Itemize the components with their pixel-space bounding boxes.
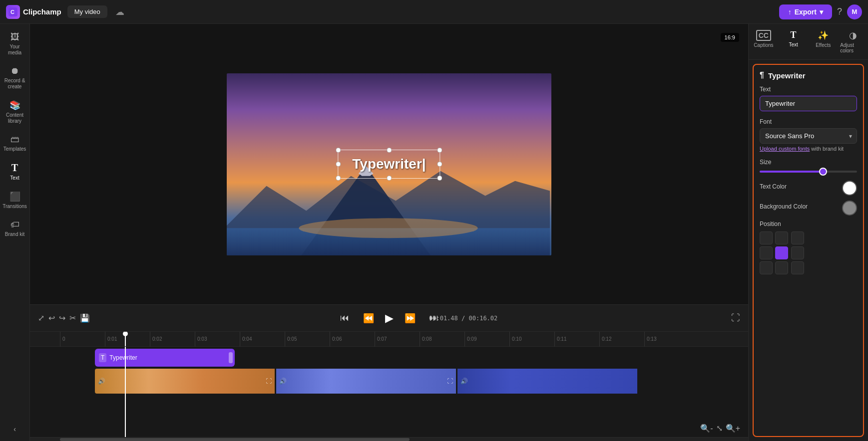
video-container: Typewriter|: [227, 73, 551, 255]
avatar[interactable]: M: [847, 4, 862, 19]
bg-color-row: Background Color: [760, 201, 857, 216]
timeline-tools: ⤢ ↩ ↪ ✂ 💾: [38, 313, 90, 323]
video-frame: Typewriter|: [227, 73, 551, 255]
rpanel-adjust-colors[interactable]: ◑ Adjust colors: [838, 27, 868, 56]
pos-cell-mid-center[interactable]: [775, 246, 788, 259]
rpanel-text-label: Text: [789, 42, 798, 47]
sidebar-item-transitions[interactable]: ⬛ Transitions: [2, 187, 28, 214]
zoom-fit-button[interactable]: ⤡: [716, 424, 723, 433]
ruler-tick-13: 0:13: [644, 332, 689, 347]
pos-cell-top-right[interactable]: [791, 231, 804, 244]
ruler-tick-8: 0:08: [420, 332, 464, 347]
editor-area: 16:9: [30, 24, 748, 441]
size-label: Size: [760, 159, 771, 166]
seg3-audio-icon: 🔊: [460, 378, 468, 385]
handle-right-middle[interactable]: [437, 162, 442, 167]
size-slider-track[interactable]: [760, 171, 857, 173]
video-segment-3[interactable]: 🔊: [457, 369, 637, 394]
pos-cell-mid-left[interactable]: [760, 246, 773, 259]
app-logo: C Clipchamp: [6, 5, 61, 19]
play-button[interactable]: ▶: [385, 312, 394, 325]
ruler-tick-3: 0:03: [195, 332, 240, 347]
text-color-label: Text Color: [760, 183, 787, 190]
selection-tool-button[interactable]: ⤢: [38, 313, 44, 323]
record-create-icon: ⏺: [10, 66, 19, 76]
undo-button[interactable]: ↩: [48, 313, 55, 323]
pos-cell-top-left[interactable]: [760, 231, 773, 244]
svg-point-6: [299, 218, 477, 238]
handle-top-middle[interactable]: [387, 148, 392, 153]
ruler-tick-11: 0:11: [554, 332, 599, 347]
zoom-controls: 🔍- ⤡ 🔍+: [700, 424, 740, 433]
top-bar: C Clipchamp My video ☁ ↑ Export ▾ ? M: [0, 0, 868, 24]
size-slider-thumb[interactable]: [819, 168, 827, 176]
size-slider-fill: [760, 171, 823, 173]
right-panel-icons: CC Captions T Text ✨ Effects ◑ Adjust co…: [749, 24, 868, 60]
sidebar-collapse-button[interactable]: ‹: [9, 421, 20, 437]
sidebar-item-text[interactable]: T Text: [2, 158, 28, 185]
video-track-row: 🔊 ⛶ 🔊 ⛶ 🔊: [30, 369, 748, 394]
handle-bottom-middle[interactable]: [387, 176, 392, 181]
help-button[interactable]: ?: [837, 6, 842, 17]
ruler-tick-10: 0:10: [509, 332, 554, 347]
cut-button[interactable]: ✂: [69, 313, 76, 323]
upload-fonts-link[interactable]: Upload custom fonts: [760, 146, 810, 152]
preview-area: 16:9: [30, 24, 748, 304]
text-overlay-box[interactable]: Typewriter|: [338, 150, 440, 179]
sidebar-item-label-brand-kit: Brand kit: [5, 231, 24, 237]
font-select[interactable]: Source Sans Pro: [760, 128, 857, 144]
fullscreen-button[interactable]: ⛶: [731, 313, 740, 323]
timeline-tracks: T Typewriter 🔊 ⛶: [30, 347, 748, 437]
handle-left-middle[interactable]: [336, 162, 341, 167]
redo-button[interactable]: ↪: [59, 313, 65, 323]
playhead-ruler[interactable]: [125, 332, 126, 346]
app-name: Clipchamp: [23, 7, 61, 16]
handle-top-left[interactable]: [336, 148, 341, 153]
right-panel: CC Captions T Text ✨ Effects ◑ Adjust co…: [748, 24, 868, 441]
sidebar-item-templates[interactable]: 🗃 Templates: [2, 130, 28, 156]
upload-fonts-text: Upload custom fonts with brand kit: [760, 146, 857, 152]
upload-fonts-suffix: with brand kit: [811, 146, 844, 152]
zoom-out-button[interactable]: 🔍-: [700, 424, 713, 433]
pos-cell-bot-center[interactable]: [775, 261, 788, 274]
sidebar-item-your-media[interactable]: 🖼 Your media: [2, 28, 28, 60]
pos-cell-top-center[interactable]: [775, 231, 788, 244]
text-input-field[interactable]: [760, 96, 857, 111]
text-track-clip[interactable]: T Typewriter: [95, 349, 235, 367]
fast-forward-button[interactable]: ⏩: [402, 310, 419, 327]
export-label: Export: [795, 8, 817, 16]
playhead-marker: [123, 331, 128, 336]
video-segments: 🔊 ⛶ 🔊 ⛶ 🔊: [95, 369, 748, 394]
scrollbar-thumb[interactable]: [60, 438, 410, 441]
logo-icon: C: [6, 5, 20, 19]
skip-to-start-button[interactable]: ⏮: [337, 310, 352, 326]
text-clip-right-handle[interactable]: [229, 352, 233, 363]
rpanel-captions[interactable]: CC Captions: [749, 27, 779, 56]
save-button[interactable]: 💾: [80, 313, 90, 323]
captions-icon: CC: [756, 30, 771, 41]
seg2-fullscreen-icon: ⛶: [447, 378, 453, 385]
export-button[interactable]: ↑ Export ▾: [779, 4, 832, 19]
sidebar-item-content-library[interactable]: 📚 Content library: [2, 96, 28, 128]
sidebar-item-record-create[interactable]: ⏺ Record & create: [2, 62, 28, 94]
playback-controls: ⤢ ↩ ↪ ✂ 💾 ⏮ ⏪ ▶ ⏩ ⏭ 00:01.48 / 00:16.02 …: [30, 304, 748, 331]
your-media-icon: 🖼: [10, 32, 19, 42]
handle-bottom-left[interactable]: [336, 176, 341, 181]
sidebar-item-brand-kit[interactable]: 🏷 Brand kit: [2, 216, 28, 241]
cloud-save-icon: ☁: [115, 6, 124, 17]
rpanel-text[interactable]: T Text: [779, 27, 809, 56]
effects-icon: ✨: [818, 30, 829, 41]
video-segment-2[interactable]: 🔊 ⛶: [276, 369, 456, 394]
rpanel-effects[interactable]: ✨ Effects: [809, 27, 839, 56]
rewind-button[interactable]: ⏪: [360, 310, 377, 327]
bg-color-swatch[interactable]: [842, 201, 857, 216]
video-title-button[interactable]: My video: [67, 5, 107, 18]
ruler-tick-0: 0: [60, 332, 105, 347]
pos-cell-mid-right[interactable]: [791, 246, 804, 259]
pos-cell-bot-right[interactable]: [791, 261, 804, 274]
timeline-scrollbar[interactable]: 🔍- ⤡ 🔍+: [30, 437, 748, 441]
pos-cell-bot-left[interactable]: [760, 261, 773, 274]
video-segment-1[interactable]: 🔊 ⛶: [95, 369, 275, 394]
zoom-in-button[interactable]: 🔍+: [726, 424, 740, 433]
text-color-swatch[interactable]: [842, 181, 857, 196]
